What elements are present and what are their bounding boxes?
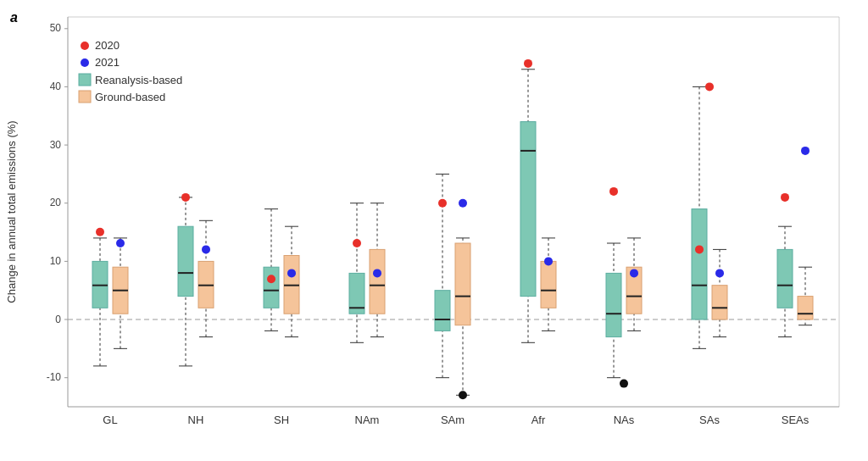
y-tick-minus10: -10 (47, 371, 62, 383)
box-SEAs-reanalysis (777, 226, 793, 336)
svg-rect-107 (712, 286, 727, 319)
chart-container: a -10 0 10 20 30 (0, 0, 868, 461)
x-label-SEAs: SEAs (782, 414, 810, 426)
svg-rect-0 (68, 17, 839, 407)
dot-SH-2021 (287, 269, 296, 277)
legend-reanalysis-label: Reanalysis-based (95, 74, 182, 86)
x-label-GL: GL (103, 414, 117, 426)
x-label-NAm: NAm (355, 414, 380, 426)
svg-rect-59 (370, 249, 385, 314)
dot-SEAs-2021 (801, 147, 810, 155)
dot-SAm-2020 (438, 199, 447, 208)
box-SAs-ground (712, 249, 727, 336)
box-GL-reanalysis (92, 238, 108, 366)
y-tick-50: 50 (50, 22, 62, 34)
legend-2021-label: 2021 (95, 56, 120, 69)
legend-reanalysis-rect (79, 74, 91, 86)
svg-rect-41 (264, 267, 279, 308)
y-tick-40: 40 (50, 81, 62, 92)
box-Afr-ground (541, 238, 556, 331)
box-NAm-reanalysis (349, 203, 364, 343)
box-Afr-reanalysis (520, 69, 536, 343)
dot-GL-2021 (116, 239, 125, 247)
box-NAs-reanalysis (606, 243, 621, 378)
chart-svg: -10 0 10 20 30 40 50 Change in annual to… (0, 0, 868, 461)
x-label-SAs: SAs (699, 414, 720, 426)
box-SH-reanalysis (264, 209, 279, 331)
svg-rect-29 (178, 226, 193, 296)
legend-2020-dot (81, 42, 89, 50)
dot-SAs-2020 (695, 245, 704, 253)
box-SEAs-ground (798, 267, 813, 325)
dot-NH-2021 (202, 245, 210, 253)
dot-NAs-2020 (609, 187, 618, 196)
dot-NAm-2021 (373, 269, 381, 277)
svg-rect-77 (520, 122, 536, 297)
dot-Afr-2021 (544, 257, 553, 265)
dot-SAs-2021 (715, 269, 724, 277)
box-GL-ground (113, 238, 128, 348)
legend-2021-dot (81, 58, 89, 67)
dot-NAm-2020 (353, 239, 361, 247)
box-SH-ground (284, 226, 299, 336)
svg-rect-71 (455, 243, 470, 325)
dot-SH-2020 (267, 275, 275, 283)
svg-rect-89 (606, 273, 621, 336)
dot-GL-2020 (96, 228, 104, 236)
x-label-NH: NH (188, 414, 204, 426)
box-NH-ground (198, 220, 214, 336)
svg-rect-65 (435, 291, 450, 331)
dot-NH-2020 (181, 193, 190, 202)
legend-ground-rect (79, 91, 91, 103)
x-label-NAs: NAs (614, 414, 635, 426)
svg-rect-119 (798, 297, 813, 319)
x-label-Afr: Afr (531, 414, 546, 426)
y-tick-10: 10 (50, 255, 62, 267)
box-SAs-reanalysis (692, 86, 707, 348)
y-axis-label: Change in annual total emissions (%) (5, 120, 18, 303)
legend-2020-label: 2020 (95, 39, 120, 52)
y-tick-30: 30 (50, 139, 62, 151)
dot-SAm-2021 (459, 199, 467, 208)
x-label-SAm: SAm (441, 414, 465, 426)
dot-SEAs-2020 (781, 193, 789, 202)
svg-rect-83 (541, 261, 556, 308)
dot-SAs-2020b (705, 82, 714, 91)
dot-SAm-outlier (459, 391, 467, 399)
dot-NAs-outlier (620, 380, 628, 388)
x-label-SH: SH (274, 414, 289, 426)
dot-Afr-2020 (524, 59, 532, 68)
y-tick-20: 20 (50, 197, 62, 208)
svg-rect-113 (777, 249, 793, 308)
legend: 2020 2021 Reanalysis-based Ground-based (79, 39, 182, 103)
legend-ground-label: Ground-based (95, 91, 165, 103)
box-NH-reanalysis (178, 197, 193, 366)
box-SAm-ground (455, 238, 470, 395)
y-tick-0: 0 (55, 314, 61, 325)
svg-rect-101 (692, 209, 707, 319)
box-NAs-ground (626, 238, 642, 331)
dot-NAs-2021 (630, 269, 638, 277)
